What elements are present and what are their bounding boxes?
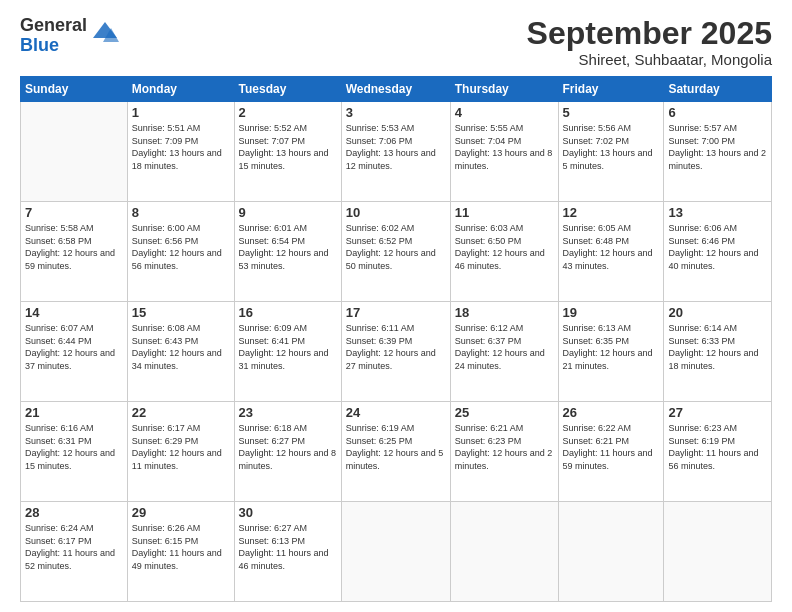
calendar-cell: 23Sunrise: 6:18 AM Sunset: 6:27 PM Dayli… <box>234 402 341 502</box>
header-tuesday: Tuesday <box>234 77 341 102</box>
day-number: 19 <box>563 305 660 320</box>
header: General Blue September 2025 Shireet, Suh… <box>20 16 772 68</box>
calendar-cell: 26Sunrise: 6:22 AM Sunset: 6:21 PM Dayli… <box>558 402 664 502</box>
day-number: 30 <box>239 505 337 520</box>
day-number: 11 <box>455 205 554 220</box>
logo-icon <box>91 18 119 46</box>
day-number: 21 <box>25 405 123 420</box>
logo-general: General <box>20 16 87 36</box>
calendar-cell: 11Sunrise: 6:03 AM Sunset: 6:50 PM Dayli… <box>450 202 558 302</box>
day-info: Sunrise: 6:03 AM Sunset: 6:50 PM Dayligh… <box>455 222 554 272</box>
calendar-cell: 13Sunrise: 6:06 AM Sunset: 6:46 PM Dayli… <box>664 202 772 302</box>
day-info: Sunrise: 6:08 AM Sunset: 6:43 PM Dayligh… <box>132 322 230 372</box>
calendar-week-5: 28Sunrise: 6:24 AM Sunset: 6:17 PM Dayli… <box>21 502 772 602</box>
day-number: 17 <box>346 305 446 320</box>
calendar-cell: 4Sunrise: 5:55 AM Sunset: 7:04 PM Daylig… <box>450 102 558 202</box>
day-number: 10 <box>346 205 446 220</box>
calendar-cell <box>341 502 450 602</box>
calendar-cell: 27Sunrise: 6:23 AM Sunset: 6:19 PM Dayli… <box>664 402 772 502</box>
calendar-cell: 5Sunrise: 5:56 AM Sunset: 7:02 PM Daylig… <box>558 102 664 202</box>
month-title: September 2025 <box>527 16 772 51</box>
calendar-cell: 3Sunrise: 5:53 AM Sunset: 7:06 PM Daylig… <box>341 102 450 202</box>
day-info: Sunrise: 5:52 AM Sunset: 7:07 PM Dayligh… <box>239 122 337 172</box>
calendar-cell: 10Sunrise: 6:02 AM Sunset: 6:52 PM Dayli… <box>341 202 450 302</box>
day-info: Sunrise: 6:21 AM Sunset: 6:23 PM Dayligh… <box>455 422 554 472</box>
day-number: 24 <box>346 405 446 420</box>
calendar-cell: 25Sunrise: 6:21 AM Sunset: 6:23 PM Dayli… <box>450 402 558 502</box>
day-info: Sunrise: 6:17 AM Sunset: 6:29 PM Dayligh… <box>132 422 230 472</box>
header-saturday: Saturday <box>664 77 772 102</box>
day-info: Sunrise: 6:26 AM Sunset: 6:15 PM Dayligh… <box>132 522 230 572</box>
day-info: Sunrise: 6:12 AM Sunset: 6:37 PM Dayligh… <box>455 322 554 372</box>
calendar-cell <box>664 502 772 602</box>
day-number: 8 <box>132 205 230 220</box>
day-number: 26 <box>563 405 660 420</box>
day-info: Sunrise: 6:02 AM Sunset: 6:52 PM Dayligh… <box>346 222 446 272</box>
day-number: 18 <box>455 305 554 320</box>
day-info: Sunrise: 6:11 AM Sunset: 6:39 PM Dayligh… <box>346 322 446 372</box>
day-info: Sunrise: 6:07 AM Sunset: 6:44 PM Dayligh… <box>25 322 123 372</box>
day-info: Sunrise: 5:53 AM Sunset: 7:06 PM Dayligh… <box>346 122 446 172</box>
day-number: 4 <box>455 105 554 120</box>
calendar-cell <box>558 502 664 602</box>
day-info: Sunrise: 6:16 AM Sunset: 6:31 PM Dayligh… <box>25 422 123 472</box>
calendar-cell: 14Sunrise: 6:07 AM Sunset: 6:44 PM Dayli… <box>21 302 128 402</box>
calendar-cell: 16Sunrise: 6:09 AM Sunset: 6:41 PM Dayli… <box>234 302 341 402</box>
calendar-cell: 19Sunrise: 6:13 AM Sunset: 6:35 PM Dayli… <box>558 302 664 402</box>
header-friday: Friday <box>558 77 664 102</box>
day-info: Sunrise: 6:01 AM Sunset: 6:54 PM Dayligh… <box>239 222 337 272</box>
calendar-cell <box>21 102 128 202</box>
calendar-cell: 1Sunrise: 5:51 AM Sunset: 7:09 PM Daylig… <box>127 102 234 202</box>
weekday-header-row: Sunday Monday Tuesday Wednesday Thursday… <box>21 77 772 102</box>
day-number: 29 <box>132 505 230 520</box>
calendar-cell: 28Sunrise: 6:24 AM Sunset: 6:17 PM Dayli… <box>21 502 128 602</box>
day-info: Sunrise: 6:05 AM Sunset: 6:48 PM Dayligh… <box>563 222 660 272</box>
calendar-cell: 24Sunrise: 6:19 AM Sunset: 6:25 PM Dayli… <box>341 402 450 502</box>
header-thursday: Thursday <box>450 77 558 102</box>
calendar-cell: 7Sunrise: 5:58 AM Sunset: 6:58 PM Daylig… <box>21 202 128 302</box>
calendar-week-2: 7Sunrise: 5:58 AM Sunset: 6:58 PM Daylig… <box>21 202 772 302</box>
header-monday: Monday <box>127 77 234 102</box>
day-number: 7 <box>25 205 123 220</box>
day-number: 25 <box>455 405 554 420</box>
logo: General Blue <box>20 16 119 56</box>
day-info: Sunrise: 6:06 AM Sunset: 6:46 PM Dayligh… <box>668 222 767 272</box>
day-number: 27 <box>668 405 767 420</box>
calendar-cell: 20Sunrise: 6:14 AM Sunset: 6:33 PM Dayli… <box>664 302 772 402</box>
day-info: Sunrise: 6:00 AM Sunset: 6:56 PM Dayligh… <box>132 222 230 272</box>
day-number: 28 <box>25 505 123 520</box>
title-block: September 2025 Shireet, Suhbaatar, Mongo… <box>527 16 772 68</box>
calendar-cell: 9Sunrise: 6:01 AM Sunset: 6:54 PM Daylig… <box>234 202 341 302</box>
logo-text: General Blue <box>20 16 87 56</box>
day-number: 12 <box>563 205 660 220</box>
calendar-week-4: 21Sunrise: 6:16 AM Sunset: 6:31 PM Dayli… <box>21 402 772 502</box>
day-info: Sunrise: 6:18 AM Sunset: 6:27 PM Dayligh… <box>239 422 337 472</box>
day-number: 22 <box>132 405 230 420</box>
day-info: Sunrise: 5:57 AM Sunset: 7:00 PM Dayligh… <box>668 122 767 172</box>
day-info: Sunrise: 5:58 AM Sunset: 6:58 PM Dayligh… <box>25 222 123 272</box>
day-number: 6 <box>668 105 767 120</box>
calendar-cell: 21Sunrise: 6:16 AM Sunset: 6:31 PM Dayli… <box>21 402 128 502</box>
day-info: Sunrise: 6:09 AM Sunset: 6:41 PM Dayligh… <box>239 322 337 372</box>
day-number: 15 <box>132 305 230 320</box>
day-info: Sunrise: 6:24 AM Sunset: 6:17 PM Dayligh… <box>25 522 123 572</box>
calendar-cell <box>450 502 558 602</box>
day-number: 14 <box>25 305 123 320</box>
day-info: Sunrise: 5:51 AM Sunset: 7:09 PM Dayligh… <box>132 122 230 172</box>
day-info: Sunrise: 5:56 AM Sunset: 7:02 PM Dayligh… <box>563 122 660 172</box>
day-number: 2 <box>239 105 337 120</box>
day-info: Sunrise: 5:55 AM Sunset: 7:04 PM Dayligh… <box>455 122 554 172</box>
calendar-week-1: 1Sunrise: 5:51 AM Sunset: 7:09 PM Daylig… <box>21 102 772 202</box>
calendar-cell: 2Sunrise: 5:52 AM Sunset: 7:07 PM Daylig… <box>234 102 341 202</box>
calendar-cell: 30Sunrise: 6:27 AM Sunset: 6:13 PM Dayli… <box>234 502 341 602</box>
calendar-cell: 17Sunrise: 6:11 AM Sunset: 6:39 PM Dayli… <box>341 302 450 402</box>
calendar-cell: 22Sunrise: 6:17 AM Sunset: 6:29 PM Dayli… <box>127 402 234 502</box>
header-sunday: Sunday <box>21 77 128 102</box>
calendar-cell: 6Sunrise: 5:57 AM Sunset: 7:00 PM Daylig… <box>664 102 772 202</box>
calendar-cell: 8Sunrise: 6:00 AM Sunset: 6:56 PM Daylig… <box>127 202 234 302</box>
day-number: 23 <box>239 405 337 420</box>
subtitle: Shireet, Suhbaatar, Mongolia <box>527 51 772 68</box>
calendar-week-3: 14Sunrise: 6:07 AM Sunset: 6:44 PM Dayli… <box>21 302 772 402</box>
day-info: Sunrise: 6:14 AM Sunset: 6:33 PM Dayligh… <box>668 322 767 372</box>
day-number: 1 <box>132 105 230 120</box>
